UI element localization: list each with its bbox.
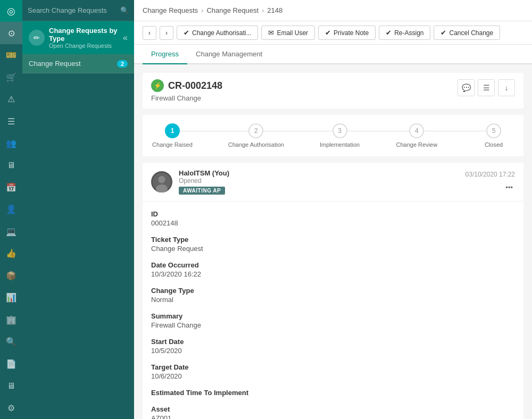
field-id: ID 0002148 — [151, 210, 515, 227]
activity-action: Opened — [179, 177, 466, 185]
field-ticket-type: Ticket Type Change Request — [151, 236, 515, 253]
activity-card: HaloITSM (You) Opened AWAITING AP 03/10/… — [143, 163, 523, 419]
download-button[interactable]: ↓ — [498, 79, 515, 96]
cancel-icon: ✔ — [440, 29, 446, 37]
sidebar-item-badge: 2 — [117, 60, 128, 68]
field-start-date: Start Date 10/5/2020 — [151, 338, 515, 355]
breadcrumb-part-3: 2148 — [267, 6, 282, 14]
ticket-description: Firewall Change — [151, 94, 201, 102]
nav-board[interactable]: ☰ — [0, 110, 22, 132]
step-change-review: 4 Change Review — [395, 123, 438, 148]
svg-point-0 — [158, 176, 165, 183]
check-icon: ✔ — [184, 29, 189, 37]
email-icon: ✉ — [268, 29, 274, 37]
activity-user: HaloITSM (You) — [179, 169, 466, 177]
steps-container: 1 Change Raised 2 Change Authorisation 3… — [151, 123, 515, 148]
nav-home[interactable]: ⊙ — [0, 22, 22, 44]
icon-sidebar: ◎ ⊙ 🎫 🛒 ⚠ ☰ 👥 🖥 📅 👤 💻 👍 📦 📊 🏢 🔍 📄 🖥 ⚙ — [0, 0, 22, 419]
panel-sidebar: 🔍 ✏ Change Requests by Type Open Change … — [22, 0, 134, 419]
back-button[interactable]: ‹ — [143, 26, 156, 40]
private-note-button[interactable]: ✔ Private Note — [318, 26, 376, 40]
nav-thumbsup[interactable]: 👍 — [0, 242, 22, 264]
nav-package[interactable]: 📦 — [0, 265, 22, 287]
activity-timestamp: 03/10/2020 17:22 — [466, 171, 515, 178]
step-1-label: Change Raised — [152, 141, 193, 148]
field-date-occurred: Date Occurred 10/3/2020 16:22 — [151, 261, 515, 278]
nav-screen[interactable]: 🖥 — [0, 375, 22, 397]
email-user-button[interactable]: ✉ Email User — [261, 26, 315, 40]
search-bar: 🔍 — [22, 0, 134, 21]
step-5-label: Closed — [485, 141, 503, 148]
nav-search2[interactable]: 🔍 — [0, 331, 22, 353]
nav-calendar[interactable]: 📅 — [0, 177, 22, 198]
group-icon: ✏ — [29, 30, 45, 46]
step-5-circle: 5 — [486, 123, 501, 138]
action-bar: ‹ › ✔ Change Authorisati... ✉ Email User… — [134, 21, 532, 45]
group-title: Change Requests by Type — [49, 27, 123, 43]
list-button[interactable]: ☰ — [478, 79, 495, 96]
collapse-icon[interactable]: « — [123, 33, 128, 43]
sidebar-item-label: Change Request — [29, 60, 117, 68]
breadcrumb-sep-1: › — [201, 6, 203, 14]
step-2-label: Change Authorisation — [228, 141, 284, 148]
group-subtitle: Open Change Requests — [49, 43, 123, 49]
breadcrumb-sep-2: › — [262, 6, 264, 14]
detail-body: ID 0002148 Ticket Type Change Request Da… — [143, 202, 523, 419]
breadcrumb-part-2: Change Request — [206, 6, 259, 14]
step-3-label: Implementation — [320, 141, 360, 148]
tab-change-management[interactable]: Change Management — [187, 45, 271, 64]
forward-button[interactable]: › — [160, 26, 173, 40]
cancel-change-button[interactable]: ✔ Cancel Change — [434, 26, 500, 40]
nav-building[interactable]: 🏢 — [0, 309, 22, 331]
step-3-circle: 3 — [332, 123, 347, 138]
step-change-raised: 1 Change Raised — [151, 123, 194, 148]
change-authorisation-button[interactable]: ✔ Change Authorisati... — [177, 26, 258, 40]
step-closed: 5 Closed — [472, 123, 515, 148]
nav-chart[interactable]: 📊 — [0, 287, 22, 308]
field-est-time: Estimated Time To Implement — [151, 389, 515, 397]
search-icon[interactable]: 🔍 — [120, 6, 129, 14]
nav-people[interactable]: 👥 — [0, 132, 22, 154]
search-input[interactable] — [28, 6, 120, 14]
nav-alert[interactable]: ⚠ — [0, 88, 22, 110]
field-change-type: Change Type Normal — [151, 287, 515, 304]
step-4-circle: 4 — [409, 123, 424, 138]
nav-desktop[interactable]: 💻 — [0, 221, 22, 242]
step-implementation: 3 Implementation — [319, 123, 361, 148]
avatar — [151, 171, 172, 192]
top-bar: Change Requests › Change Request › 2148 — [134, 0, 532, 21]
breadcrumb-part-1: Change Requests — [143, 6, 198, 14]
awaiting-badge: AWAITING AP — [179, 187, 225, 195]
comment-button[interactable]: 💬 — [458, 79, 475, 96]
sidebar-item-change-request[interactable]: Change Request 2 — [22, 54, 134, 73]
ticket-type-icon: ⚡ — [151, 79, 164, 92]
step-1-circle: 1 — [165, 123, 180, 138]
sidebar-group-header[interactable]: ✏ Change Requests by Type Open Change Re… — [22, 21, 134, 54]
ticket-id: CR-0002148 — [168, 80, 222, 91]
field-summary: Summary Firewall Change — [151, 312, 515, 329]
ticket-action-buttons: 💬 ☰ ↓ — [458, 79, 515, 96]
nav-settings[interactable]: ⚙ — [0, 397, 22, 419]
step-2-circle: 2 — [248, 123, 263, 138]
progress-section: 1 Change Raised 2 Change Authorisation 3… — [143, 115, 523, 156]
app-logo[interactable]: ◎ — [0, 0, 22, 22]
activity-meta: HaloITSM (You) Opened AWAITING AP — [179, 169, 466, 195]
nav-user[interactable]: 👤 — [0, 198, 22, 220]
note-icon: ✔ — [325, 29, 331, 37]
field-target-date: Target Date 10/6/2020 — [151, 363, 515, 380]
step-4-label: Change Review — [396, 141, 437, 148]
tab-bar: Progress Change Management — [134, 45, 532, 64]
ticket-header: ⚡ CR-0002148 Firewall Change 💬 ☰ ↓ — [143, 73, 523, 108]
nav-tickets[interactable]: 🎫 — [0, 44, 22, 66]
nav-cart[interactable]: 🛒 — [0, 66, 22, 88]
nav-document[interactable]: 📄 — [0, 353, 22, 375]
reassign-button[interactable]: ✔ Re-Assign — [379, 26, 430, 40]
activity-header: HaloITSM (You) Opened AWAITING AP 03/10/… — [143, 163, 523, 202]
content-area: ⚡ CR-0002148 Firewall Change 💬 ☰ ↓ 1 Cha… — [134, 64, 532, 419]
field-asset: Asset AZ001 — [151, 405, 515, 419]
nav-monitor[interactable]: 🖥 — [0, 154, 22, 176]
activity-menu-button[interactable]: ••• — [503, 181, 515, 194]
tab-progress[interactable]: Progress — [143, 45, 187, 64]
main-content: Change Requests › Change Request › 2148 … — [134, 0, 532, 419]
breadcrumb: Change Requests › Change Request › 2148 — [143, 6, 282, 14]
